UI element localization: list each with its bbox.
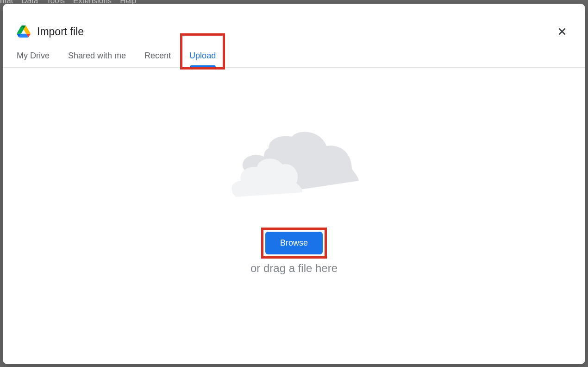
cloud-upload-icon — [220, 130, 368, 213]
tab-recent[interactable]: Recent — [144, 45, 171, 67]
browse-button-wrapper: Browse — [265, 232, 323, 254]
tabs-bar: My Drive Shared with me Recent Upload — [3, 45, 585, 68]
google-drive-icon — [17, 25, 31, 38]
tab-label: Shared with me — [68, 51, 126, 60]
tab-label: Recent — [144, 51, 171, 60]
modal-title: Import file — [37, 25, 553, 38]
import-file-modal: Import file My Drive Shared with me Rece… — [3, 4, 585, 364]
tab-upload[interactable]: Upload — [189, 45, 216, 67]
browse-button[interactable]: Browse — [265, 232, 323, 254]
tab-shared-with-me[interactable]: Shared with me — [68, 45, 126, 67]
tab-label: My Drive — [17, 51, 50, 60]
close-button[interactable] — [553, 22, 571, 41]
modal-header: Import file — [3, 4, 585, 45]
upload-area[interactable]: Browse or drag a file here — [3, 68, 585, 364]
drag-file-text: or drag a file here — [250, 262, 338, 275]
annotation-highlight — [180, 33, 225, 70]
close-icon — [556, 25, 568, 38]
tab-my-drive[interactable]: My Drive — [17, 45, 50, 67]
